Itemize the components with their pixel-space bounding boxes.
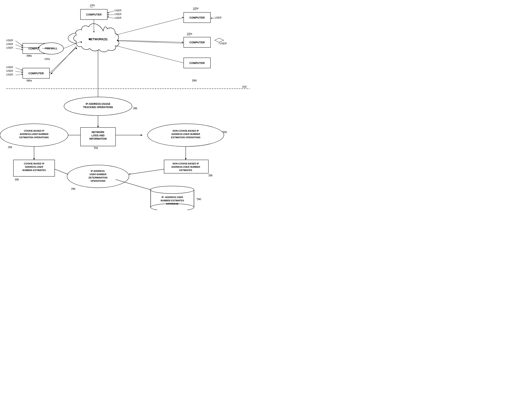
user-105a-1: USER <box>6 66 13 69</box>
svg-marker-11 <box>107 14 109 15</box>
user-105c-2: USER <box>114 13 121 16</box>
non-cookie-ops-label-1: NON-COOKIE-BASED IP <box>173 129 199 132</box>
ip-db-label-2: NUMBER ESTIMATES <box>160 199 184 202</box>
ip-det-label-1: IP ADDRESS- <box>91 170 106 172</box>
non-cookie-est-label-2: ADDRESS-USER NUMBER <box>171 166 200 168</box>
svg-marker-21 <box>22 72 23 73</box>
user-105a-3: USER <box>6 73 13 76</box>
cookie-ops-label-1: COOKIE-BASED IP <box>24 129 44 132</box>
boundary-label: 200 <box>242 85 247 88</box>
computer-105d-label: COMPUTER <box>189 16 205 19</box>
svg-marker-5 <box>22 47 23 48</box>
svg-line-16 <box>219 42 219 44</box>
ref-240: 240 <box>197 198 201 201</box>
svg-line-36 <box>116 17 184 35</box>
svg-marker-35 <box>51 73 53 74</box>
ref-105a: 105a <box>26 79 32 82</box>
user-105e-1: USER <box>220 42 227 45</box>
ref-210: 210 <box>8 146 12 149</box>
ref-104a: 104a <box>44 58 50 60</box>
user-105a-2: USER <box>6 69 13 72</box>
svg-marker-15 <box>215 38 224 42</box>
non-cookie-ops-label-2: ADDRESS-USER NUMBER <box>171 133 200 135</box>
svg-marker-10 <box>107 12 109 13</box>
non-cookie-est-label-3: ESTIMATES <box>179 169 192 172</box>
network-logs-label-2: LOGS AND <box>92 134 105 137</box>
ref-105c: 105c <box>90 4 95 7</box>
cookie-ops-label-3: ESTIMATION OPERATIONS <box>19 136 49 139</box>
svg-marker-22 <box>22 74 23 75</box>
ip-tracking-label-2: TRACKING OPERATIONS <box>83 106 113 109</box>
svg-marker-20 <box>22 69 23 71</box>
svg-marker-59 <box>129 173 130 175</box>
computer-105f-label: COMPUTER <box>189 61 205 65</box>
cookie-est-label-1: COOKIE-BASED IP <box>24 162 44 165</box>
svg-marker-47 <box>97 126 99 128</box>
svg-marker-14 <box>211 17 212 19</box>
ref-220: 220 <box>223 131 227 134</box>
user-105d-1: USER <box>215 16 222 19</box>
svg-marker-37 <box>182 17 184 18</box>
svg-line-60 <box>116 180 151 190</box>
svg-marker-12 <box>107 16 109 17</box>
user-105b-3: USER <box>6 46 13 49</box>
svg-line-58 <box>129 169 164 174</box>
ip-tracking-label-1: IP ADDRESS-USAGE <box>86 103 110 105</box>
svg-marker-51 <box>141 134 142 136</box>
ref-105e: 105e <box>187 32 192 35</box>
svg-marker-53 <box>33 158 35 160</box>
svg-line-56 <box>55 169 68 174</box>
ref-225: 225 <box>15 178 19 181</box>
non-cookie-ops-label-3: ESTIMATION OPERATIONS <box>171 136 200 139</box>
ip-db-label-3: DATABASE <box>166 202 178 205</box>
cookie-est-label-3: NUMBER ESTIMATES <box>22 169 45 172</box>
network-logs-label-3: INFORMATION <box>89 137 107 140</box>
user-105b-2: USER <box>6 43 13 45</box>
ip-det-label-4: OPERATIONS <box>91 180 106 182</box>
user-105c-1: USER <box>114 9 121 12</box>
non-cookie-est-label-1: NON-COOKIE-BASED IP <box>173 162 199 165</box>
svg-line-40 <box>114 45 184 63</box>
ip-det-label-2: USER NUMBER <box>90 173 106 176</box>
network-logs-label-1: NETWORK <box>92 131 105 134</box>
ref-105d: 105d <box>193 7 198 10</box>
user-105c-3: USER <box>114 16 121 19</box>
networks-label: NETWORK(S) <box>89 38 107 41</box>
computer-105a-label: COMPUTER <box>29 72 44 75</box>
cookie-ops-label-2: ADDRESS-USER NUMBER <box>20 133 48 135</box>
cookie-est-label-2: ADDRESS-USER <box>25 166 43 168</box>
ip-database-top <box>151 186 194 194</box>
svg-marker-6 <box>22 49 23 50</box>
svg-marker-55 <box>185 158 187 160</box>
svg-marker-39 <box>182 42 184 43</box>
ip-det-label-3: DETERMINATION <box>89 176 107 179</box>
computer-105e-label: COMPUTER <box>189 41 205 44</box>
computer-105c-label: COMPUTER <box>86 13 102 16</box>
user-105b-1: USER <box>6 39 13 42</box>
ip-db-label-1: IP- ADDRESS USER <box>162 196 183 198</box>
